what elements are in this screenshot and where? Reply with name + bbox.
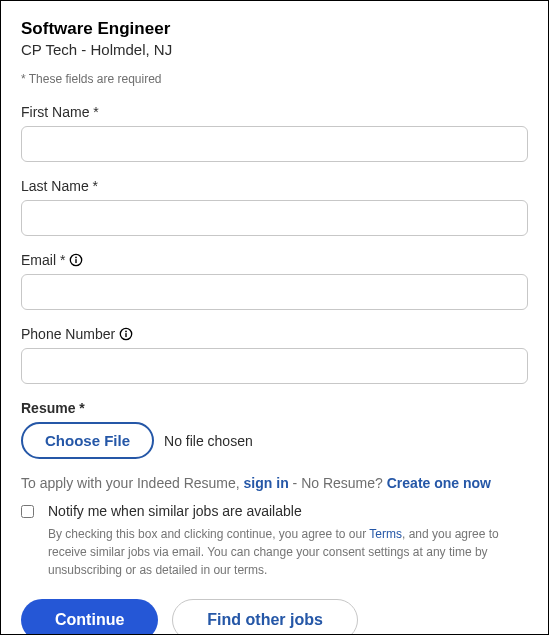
svg-rect-2	[76, 259, 77, 263]
job-title: Software Engineer	[21, 19, 528, 39]
disclaimer-before: By checking this box and clicking contin…	[48, 527, 369, 541]
phone-label: Phone Number	[21, 326, 115, 342]
first-name-input[interactable]	[21, 126, 528, 162]
apply-prefix: To apply with your Indeed Resume,	[21, 475, 244, 491]
info-icon[interactable]	[69, 253, 83, 267]
apply-indeed-line: To apply with your Indeed Resume, sign i…	[21, 475, 528, 491]
file-status-text: No file chosen	[164, 433, 253, 449]
svg-rect-5	[125, 333, 126, 337]
apply-middle: - No Resume?	[289, 475, 387, 491]
sign-in-link[interactable]: sign in	[244, 475, 289, 491]
job-company-location: CP Tech - Holmdel, NJ	[21, 41, 528, 58]
notify-checkbox[interactable]	[21, 505, 34, 518]
notify-label: Notify me when similar jobs are availabl…	[48, 503, 528, 519]
create-resume-link[interactable]: Create one now	[387, 475, 491, 491]
continue-button[interactable]: Continue	[21, 599, 158, 635]
email-label: Email *	[21, 252, 65, 268]
choose-file-button[interactable]: Choose File	[21, 422, 154, 459]
svg-point-1	[75, 257, 77, 259]
required-fields-note: * These fields are required	[21, 72, 528, 86]
terms-link[interactable]: Terms	[369, 527, 402, 541]
notify-disclaimer: By checking this box and clicking contin…	[48, 525, 528, 579]
last-name-label: Last Name *	[21, 178, 528, 194]
email-input[interactable]	[21, 274, 528, 310]
phone-input[interactable]	[21, 348, 528, 384]
resume-label: Resume *	[21, 400, 528, 416]
info-icon[interactable]	[119, 327, 133, 341]
first-name-label: First Name *	[21, 104, 528, 120]
last-name-input[interactable]	[21, 200, 528, 236]
svg-point-4	[125, 331, 127, 333]
find-other-jobs-button[interactable]: Find other jobs	[172, 599, 358, 635]
